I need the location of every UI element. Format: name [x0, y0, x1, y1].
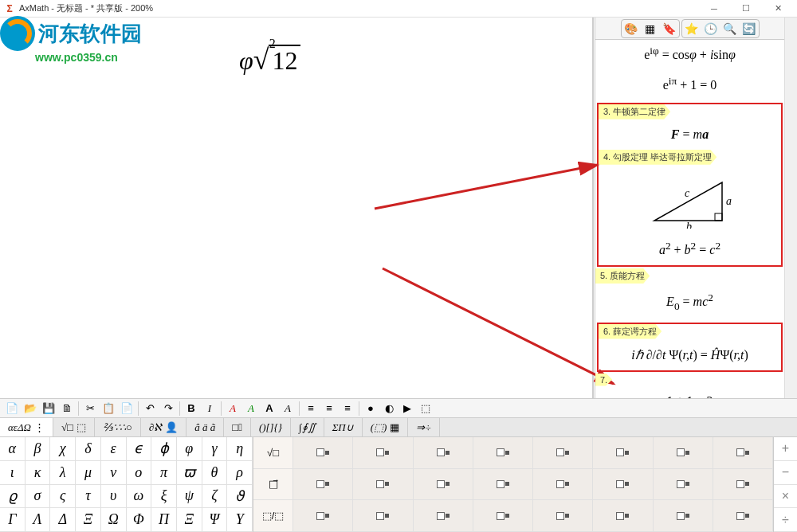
greek-symbol[interactable]: Ω: [101, 508, 127, 532]
template-cell[interactable]: [593, 469, 653, 501]
copy-button[interactable]: 📋: [100, 401, 117, 417]
greek-symbol[interactable]: μ: [76, 461, 101, 485]
greek-symbol[interactable]: Φ: [127, 508, 152, 532]
greek-symbol[interactable]: λ: [50, 461, 76, 485]
align-center-button[interactable]: ≡: [320, 401, 338, 417]
formula-item[interactable]: 4. 勾股定理 毕达哥拉斯定理 c a b a2 + b2 = c2: [599, 150, 781, 265]
greek-symbol[interactable]: κ: [26, 461, 51, 485]
template-cell[interactable]: [593, 500, 653, 532]
category-tab[interactable]: αεΔΩ⋮: [0, 418, 53, 436]
greek-symbol[interactable]: ε: [101, 437, 127, 461]
operator-button[interactable]: ×: [774, 485, 797, 509]
operator-button[interactable]: +: [774, 437, 797, 461]
template-cell[interactable]: [593, 437, 653, 469]
category-tab[interactable]: ⇒÷: [408, 418, 439, 436]
template-cell[interactable]: [473, 437, 533, 469]
template-head[interactable]: √□: [253, 437, 293, 469]
greek-symbol[interactable]: ρ: [227, 461, 253, 485]
formula-item[interactable]: 7.1 + 1 = 2: [595, 374, 784, 399]
undo-button[interactable]: ↶: [141, 401, 159, 417]
clock-icon[interactable]: 🕒: [701, 20, 720, 37]
saveall-button[interactable]: 🗎: [58, 401, 76, 417]
category-tab[interactable]: ∂ℵ👤: [141, 418, 186, 436]
category-tab[interactable]: ΣΠ∪: [324, 418, 363, 436]
save-button[interactable]: 💾: [40, 401, 57, 417]
template-head[interactable]: □⃗: [253, 469, 293, 501]
template-cell[interactable]: [293, 500, 353, 532]
operator-button[interactable]: ÷: [774, 508, 797, 532]
greek-symbol[interactable]: ω: [127, 485, 152, 509]
template-cell[interactable]: [353, 437, 413, 469]
greek-symbol[interactable]: ς: [50, 485, 76, 509]
greek-symbol[interactable]: Π: [151, 508, 177, 532]
greek-symbol[interactable]: χ: [50, 437, 76, 461]
font-a2[interactable]: A: [242, 401, 260, 417]
grid-icon[interactable]: ▦: [641, 20, 660, 37]
align-left-button[interactable]: ≡: [302, 401, 320, 417]
operator-button[interactable]: −: [774, 461, 797, 485]
editor-canvas[interactable]: φ2√12: [0, 18, 593, 398]
greek-symbol[interactable]: τ: [76, 485, 101, 509]
category-tab[interactable]: ()[]{}: [251, 418, 291, 436]
greek-symbol[interactable]: ϑ: [227, 485, 253, 509]
search-icon[interactable]: 🔍: [720, 20, 740, 37]
greek-symbol[interactable]: Ξ: [76, 508, 101, 532]
greek-symbol[interactable]: ι: [0, 461, 26, 485]
halftone-button[interactable]: ◐: [380, 401, 398, 417]
greek-symbol[interactable]: ν: [101, 461, 127, 485]
greek-symbol[interactable]: ϱ: [0, 485, 26, 509]
font-a3[interactable]: A: [261, 401, 278, 417]
formula-item[interactable]: eiπ + 1 = 0: [595, 70, 784, 100]
template-cell[interactable]: [353, 469, 413, 501]
maximize-button[interactable]: ☐: [730, 0, 762, 18]
template-cell[interactable]: [713, 500, 773, 532]
greek-symbol[interactable]: ο: [127, 461, 152, 485]
greek-symbol[interactable]: ψ: [177, 485, 202, 509]
redo-button[interactable]: ↷: [159, 401, 177, 417]
bold-button[interactable]: B: [183, 401, 200, 417]
greek-symbol[interactable]: β: [26, 437, 51, 461]
greek-symbol[interactable]: Ψ: [202, 508, 228, 532]
category-tab[interactable]: ∫∮∬: [291, 418, 324, 436]
greek-symbol[interactable]: Δ: [50, 508, 76, 532]
greek-symbol[interactable]: σ: [26, 485, 51, 509]
category-tab[interactable]: □⃗: [224, 418, 251, 436]
template-head[interactable]: ⬚/⬚: [253, 500, 293, 532]
formula-item[interactable]: 5. 质能方程E0 = mc2: [595, 268, 784, 321]
greek-symbol[interactable]: υ: [101, 485, 127, 509]
align-right-button[interactable]: ≡: [339, 401, 356, 417]
greek-symbol[interactable]: ϖ: [177, 461, 202, 485]
close-button[interactable]: ✕: [762, 0, 794, 18]
template-cell[interactable]: [654, 500, 713, 532]
template-cell[interactable]: [293, 469, 353, 501]
italic-button[interactable]: I: [201, 401, 218, 417]
greek-symbol[interactable]: π: [151, 461, 177, 485]
greek-symbol[interactable]: η: [227, 437, 253, 461]
star-icon[interactable]: ⭐: [682, 20, 701, 37]
greek-symbol[interactable]: ϵ: [127, 437, 152, 461]
greek-symbol[interactable]: Υ: [227, 508, 253, 532]
cut-button[interactable]: ✂: [81, 401, 99, 417]
code-button[interactable]: ⬚: [417, 401, 434, 417]
template-cell[interactable]: [293, 437, 353, 469]
bookmark-icon[interactable]: 🔖: [660, 20, 679, 37]
open-button[interactable]: 📂: [22, 401, 39, 417]
greek-symbol[interactable]: ζ: [202, 485, 228, 509]
template-cell[interactable]: [533, 437, 593, 469]
font-a1[interactable]: A: [224, 401, 241, 417]
greek-symbol[interactable]: δ: [76, 437, 101, 461]
category-tab[interactable]: ⅔∵∴○: [95, 418, 141, 436]
category-tab[interactable]: √□⬚: [53, 418, 95, 436]
font-a4[interactable]: A: [279, 401, 296, 417]
greek-symbol[interactable]: α: [0, 437, 26, 461]
paste-button[interactable]: 📄: [118, 401, 135, 417]
greek-symbol[interactable]: Γ: [0, 508, 26, 532]
greek-symbol[interactable]: φ: [177, 437, 202, 461]
template-cell[interactable]: [353, 500, 413, 532]
scrollbar[interactable]: [784, 18, 797, 398]
template-cell[interactable]: [414, 500, 473, 532]
play-button[interactable]: ▶: [398, 401, 416, 417]
template-cell[interactable]: [533, 469, 593, 501]
template-cell[interactable]: [414, 469, 473, 501]
template-cell[interactable]: [414, 437, 473, 469]
